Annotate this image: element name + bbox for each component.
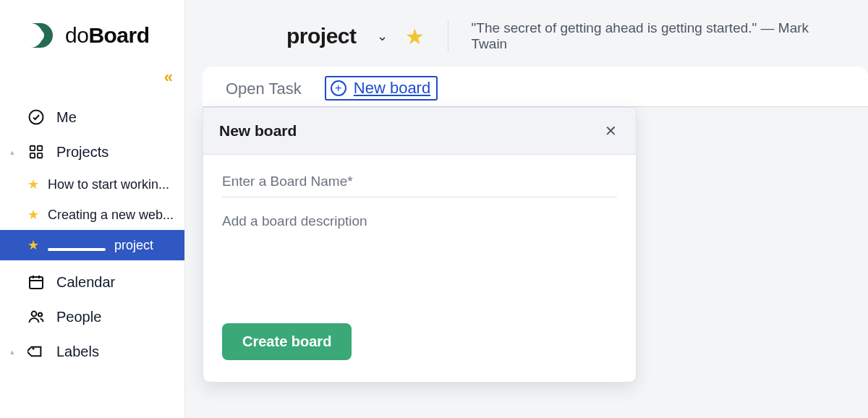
- calendar-icon: [27, 273, 45, 291]
- svg-rect-3: [38, 146, 42, 150]
- modal-header: New board ✕: [203, 108, 636, 155]
- svg-point-9: [32, 347, 34, 349]
- project-item[interactable]: ★ Creating a new web...: [0, 200, 184, 230]
- star-icon[interactable]: ★: [405, 24, 425, 49]
- brand-logo[interactable]: doBoard: [0, 0, 184, 68]
- svg-point-8: [38, 312, 42, 316]
- people-icon: [27, 308, 45, 325]
- project-item-label: project: [114, 238, 153, 253]
- modal-title: New board: [219, 122, 297, 140]
- brand-logo-icon: [26, 20, 56, 51]
- board-tabs: Open Task + New board: [203, 67, 868, 107]
- motivational-quote: "The secret of getting ahead is getting …: [472, 20, 848, 52]
- svg-point-0: [31, 29, 44, 42]
- sidebar-item-me[interactable]: Me: [0, 100, 184, 135]
- sidebar: doBoard « Me ▴: [0, 0, 185, 418]
- project-item-label: How to start workin...: [48, 177, 169, 192]
- chevron-left-double-icon: «: [164, 68, 170, 87]
- chevron-up-icon: ▴: [10, 148, 14, 157]
- close-icon[interactable]: ✕: [602, 119, 620, 142]
- sidebar-item-calendar[interactable]: Calendar: [0, 265, 184, 299]
- chevron-down-icon[interactable]: ⌄: [377, 28, 388, 44]
- redacted-text: [48, 248, 106, 251]
- tab-new-board[interactable]: + New board: [325, 76, 438, 101]
- sidebar-nav: Me ▴ Projects ★ How to start work: [0, 100, 184, 369]
- divider: [448, 20, 448, 52]
- project-item-label: Creating a new web...: [48, 208, 174, 223]
- project-item[interactable]: ★ How to start workin...: [0, 169, 184, 200]
- tag-icon: [27, 343, 45, 360]
- nav-label: Projects: [56, 144, 109, 161]
- svg-point-7: [32, 312, 37, 317]
- nav-label: People: [56, 309, 101, 325]
- board-area: Open Task + New board New board ✕ Create…: [203, 67, 868, 107]
- sidebar-item-labels[interactable]: ▴ Labels: [0, 334, 184, 369]
- svg-rect-4: [30, 153, 35, 158]
- check-circle-icon: [27, 108, 45, 126]
- board-name-input[interactable]: [222, 171, 617, 197]
- star-icon: ★: [27, 237, 41, 253]
- create-board-button[interactable]: Create board: [222, 323, 352, 360]
- svg-rect-6: [30, 277, 43, 289]
- sidebar-item-projects[interactable]: ▴ Projects: [0, 135, 184, 169]
- nav-label: Labels: [56, 344, 99, 360]
- grid-icon: [27, 143, 45, 161]
- project-title: project: [286, 24, 357, 48]
- chevron-up-icon: ▴: [10, 347, 14, 357]
- tab-new-board-label: New board: [354, 79, 430, 98]
- svg-rect-2: [30, 146, 35, 150]
- star-icon: ★: [27, 176, 41, 192]
- star-icon: ★: [27, 207, 41, 223]
- board-description-input[interactable]: [222, 197, 617, 320]
- brand-logo-text: doBoard: [65, 23, 150, 48]
- modal-body: Create board: [203, 155, 636, 382]
- sidebar-collapse-button[interactable]: «: [0, 68, 184, 94]
- project-item-active[interactable]: ★ project: [0, 230, 184, 260]
- svg-rect-5: [38, 153, 42, 158]
- nav-label: Me: [56, 109, 77, 126]
- projects-list: ★ How to start workin... ★ Creating a ne…: [0, 169, 184, 260]
- new-board-modal: New board ✕ Create board: [203, 107, 637, 383]
- plus-circle-icon: +: [331, 80, 346, 96]
- main-area: project ⌄ ★ "The secret of getting ahead…: [185, 0, 868, 418]
- top-bar: project ⌄ ★ "The secret of getting ahead…: [185, 0, 868, 52]
- sidebar-item-people[interactable]: People: [0, 299, 184, 334]
- nav-label: Calendar: [56, 274, 115, 291]
- tab-open-task[interactable]: Open Task: [226, 80, 302, 106]
